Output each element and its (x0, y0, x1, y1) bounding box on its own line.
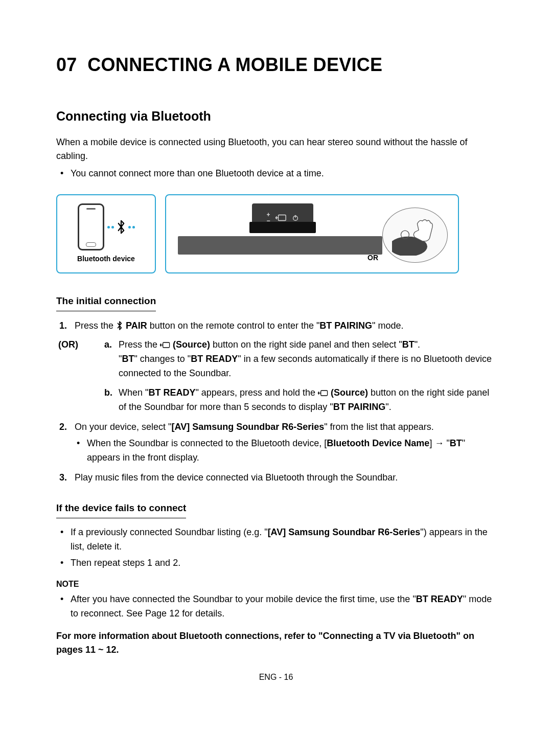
bluetooth-icon (116, 220, 127, 234)
figure-caption-left: Bluetooth device (77, 254, 135, 264)
intro-paragraph: When a mobile device is connected using … (56, 135, 496, 164)
step-3: 3. Play music files from the device conn… (56, 470, 496, 485)
note-heading: NOTE (56, 578, 496, 590)
footer-reference: For more information about Bluetooth con… (56, 629, 496, 657)
source-icon (318, 390, 328, 397)
hand-press-icon (382, 208, 448, 263)
figure-soundbar: +− OR (165, 194, 459, 273)
heading-initial-connection: The initial connection (56, 294, 156, 311)
section-title-text: CONNECTING A MOBILE DEVICE (87, 54, 382, 75)
or-tag: (OR) (58, 338, 78, 352)
page-title: 07 CONNECTING A MOBILE DEVICE (56, 51, 496, 79)
soundbar-body-icon (178, 236, 382, 255)
soundbar-display-icon (249, 222, 316, 233)
svg-rect-5 (163, 342, 170, 348)
letter-marker: b. (104, 386, 112, 400)
svg-rect-6 (321, 391, 328, 396)
letter-marker: a. (104, 338, 112, 352)
bluetooth-signal-icon (107, 220, 135, 234)
section-number: 07 (56, 54, 77, 75)
bluetooth-pair-icon (116, 321, 123, 330)
step-1a: a. Press the (Source) button on the righ… (104, 338, 496, 381)
phone-icon (78, 203, 104, 250)
page-number: ENG - 16 (56, 671, 496, 683)
source-button-icon (275, 214, 287, 222)
power-icon (292, 214, 299, 221)
figure-row: Bluetooth device +− OR (56, 194, 496, 273)
step-2: 2. On your device, select "[AV] Samsung … (56, 420, 496, 465)
step-2-sub: When the Soundbar is connected to the Bl… (87, 437, 496, 465)
step-number: 1. (59, 318, 67, 333)
heading-fails-to-connect: If the device fails to connect (56, 501, 186, 518)
step-1b: b. When "BT READY" appears, press and ho… (104, 386, 496, 415)
subsection-heading: Connecting via Bluetooth (56, 107, 496, 126)
step-1: 1. Press the PAIR button on the remote c… (56, 318, 496, 333)
note-bullet-reconnect: After you have connected the Soundbar to… (71, 592, 496, 621)
step-number: 2. (59, 420, 67, 434)
step-number: 3. (59, 470, 67, 485)
fails-bullet-repeat: Then repeat steps 1 and 2. (71, 556, 496, 570)
intro-bullet-single-device: You cannot connect more than one Bluetoo… (71, 167, 496, 181)
source-icon (160, 341, 170, 349)
or-label: OR (367, 253, 378, 263)
fails-bullet-delete: If a previously connected Soundbar listi… (71, 525, 496, 554)
svg-rect-0 (278, 215, 286, 221)
figure-bluetooth-device: Bluetooth device (56, 194, 156, 273)
